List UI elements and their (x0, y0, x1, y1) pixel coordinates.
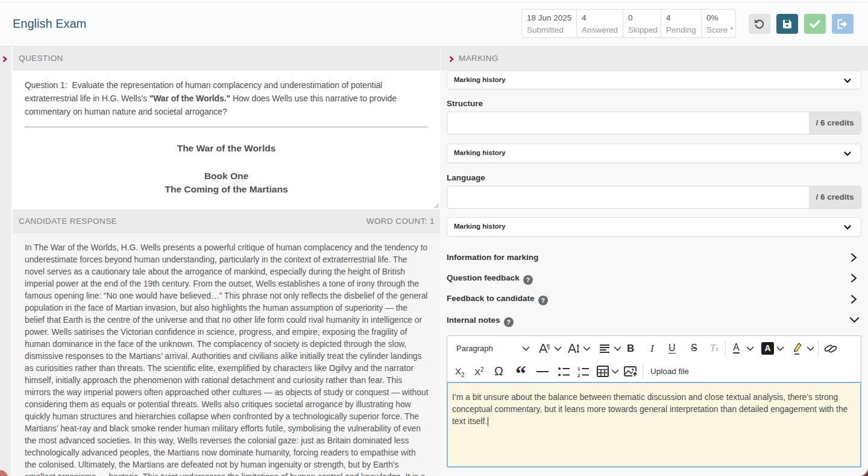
svg-text:2: 2 (577, 373, 580, 378)
svg-text:1: 1 (577, 367, 580, 372)
